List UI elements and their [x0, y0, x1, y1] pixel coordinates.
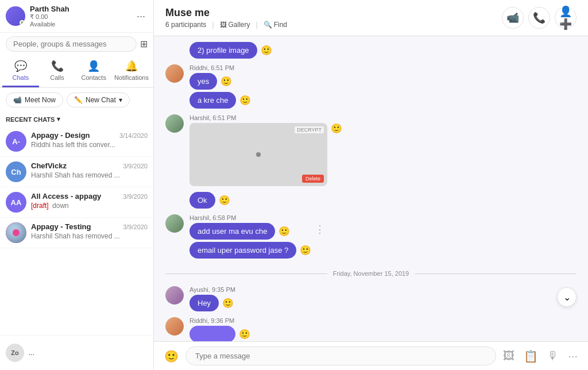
meet-now-icon: 📹: [13, 96, 22, 104]
message-group: 2) profile image 🙂: [189, 42, 577, 59]
section-header[interactable]: RECENT CHATS ▾: [0, 112, 153, 126]
chevron-down-icon: ⌄: [563, 292, 571, 303]
main-chat: Muse me 6 participants | 🖼 Gallery | 🔍 F…: [154, 0, 588, 370]
find-label: Find: [274, 21, 287, 29]
more-options-button[interactable]: ···: [134, 8, 148, 25]
bubble-text: Ok: [189, 192, 215, 209]
bubble-text: a kre che: [189, 92, 236, 109]
scroll-down-button[interactable]: ⌄: [557, 287, 577, 307]
add-person-button[interactable]: 👤➕: [555, 7, 577, 29]
message-group: Ayushi, 9:35 PM Hey 🙂: [165, 286, 577, 311]
add-person-icon: 👤➕: [555, 5, 576, 30]
voice-call-button[interactable]: 📞: [528, 7, 550, 29]
phone-icon: 📞: [533, 11, 546, 24]
chat-header: Muse me 6 participants | 🖼 Gallery | 🔍 F…: [154, 0, 588, 36]
msg-avatar: [165, 64, 184, 83]
attach-file-button[interactable]: 📋: [521, 347, 540, 365]
chat-date: 3/9/2020: [123, 193, 148, 200]
message-group: Harshil, 6:51 PM DECRYPT Delete 🙂: [165, 114, 577, 186]
draft-label: [draft]: [31, 202, 49, 210]
voice-message-button[interactable]: 🎙: [545, 347, 561, 365]
msg-sender-time: Riddhi, 6:51 PM: [189, 64, 577, 71]
meet-now-label: Meet Now: [25, 96, 56, 104]
more-input-options-button[interactable]: ···: [566, 347, 580, 365]
notifications-icon: 🔔: [125, 60, 138, 72]
gallery-icon: 🖼: [220, 21, 227, 29]
emoji-reaction-button[interactable]: 🙂: [239, 95, 251, 106]
user-details: Parth Shah ₹ 0.00 Available: [30, 5, 69, 28]
bubble-text: add user ma evu che: [189, 223, 275, 240]
attach-image-button[interactable]: 🖼: [501, 347, 517, 365]
bubble-row: Hey 🙂: [189, 295, 577, 311]
chat-info: Appagy - Testing 3/9/2020 Harshil Shah h…: [31, 222, 148, 240]
image-center-dot: [256, 152, 261, 157]
message-input[interactable]: [185, 346, 496, 365]
tab-notifications[interactable]: 🔔 Notifications: [112, 55, 151, 87]
chat-info: All Access - appagy 3/9/2020 [draft] dow…: [31, 192, 148, 210]
video-icon: 📹: [506, 11, 519, 24]
chat-name: Appagy - Testing: [31, 222, 91, 231]
bubble-with-options: add user ma evu che 🙂 email uper passwor…: [189, 223, 577, 259]
msg-content: Riddhi, 9:36 PM 🙂: [189, 317, 577, 341]
bubble-row: 🙂: [189, 326, 577, 341]
chats-icon: 💬: [14, 60, 27, 72]
chat-date: 3/9/2020: [123, 223, 148, 230]
chat-preview: Harshil Shah has removed ...: [31, 171, 148, 179]
image-actions: Delete: [302, 172, 324, 183]
list-item[interactable]: Appagy - Testing 3/9/2020 Harshil Shah h…: [0, 218, 153, 248]
chat-name: Appagy - Design: [31, 131, 90, 140]
tab-chats[interactable]: 💬 Chats: [2, 55, 39, 87]
bubble: 2) profile image 🙂: [189, 42, 272, 59]
tab-contacts[interactable]: 👤 Contacts: [75, 55, 112, 87]
emoji-reaction-button[interactable]: 🙂: [239, 329, 250, 340]
date-line: [165, 273, 327, 274]
msg-content: Ayushi, 9:35 PM Hey 🙂: [189, 286, 577, 311]
image-delete-button[interactable]: Delete: [302, 175, 324, 183]
message-more-options[interactable]: ⋮: [315, 223, 325, 236]
messages-container: 2) profile image 🙂 Riddhi, 6:51 PM yes: [154, 36, 588, 341]
chat-title-section: Muse me 6 participants | 🖼 Gallery | 🔍 F…: [165, 7, 287, 29]
date-line: [415, 273, 577, 274]
new-chat-label: New Chat: [86, 96, 116, 104]
emoji-reaction-button[interactable]: 🙂: [278, 226, 290, 237]
video-call-button[interactable]: 📹: [502, 7, 524, 29]
chat-meta: 6 participants | 🖼 Gallery | 🔍 Find: [165, 21, 287, 29]
msg-sender-time: Harshil, 6:51 PM: [189, 114, 577, 121]
emoji-reaction-button[interactable]: 🙂: [261, 45, 272, 56]
chat-name: All Access - appagy: [31, 192, 101, 201]
user-status: Available: [30, 21, 69, 28]
list-item[interactable]: Ch ChefVickz 3/9/2020 Harshil Shah has r…: [0, 157, 153, 187]
msg-avatar: [165, 286, 184, 305]
new-chat-button[interactable]: ✏️ New Chat ▾: [67, 92, 130, 107]
chat-list: A- Appagy - Design 3/14/2020 Riddhi has …: [0, 126, 153, 335]
nav-tabs: 💬 Chats 📞 Calls 👤 Contacts 🔔 Notificatio…: [0, 55, 153, 88]
chat-name-row: Appagy - Testing 3/9/2020: [31, 222, 148, 231]
emoji-reaction-button[interactable]: 🙂: [222, 298, 234, 309]
list-item[interactable]: A- Appagy - Design 3/14/2020 Riddhi has …: [0, 126, 153, 157]
gallery-link[interactable]: 🖼 Gallery: [220, 21, 250, 29]
tab-calls[interactable]: 📞 Calls: [39, 55, 76, 87]
emoji-reaction-button[interactable]: 🙂: [220, 76, 232, 87]
meet-now-button[interactable]: 📹 Meet Now: [6, 92, 63, 107]
gallery-label: Gallery: [229, 21, 250, 29]
sidebar-bottom-item[interactable]: Zo ...: [6, 340, 148, 365]
emoji-picker-button[interactable]: 🙂: [162, 347, 181, 365]
emoji-reaction-button[interactable]: 🙂: [331, 123, 342, 134]
emoji-reaction-button[interactable]: 🙂: [300, 245, 311, 256]
user-info: Parth Shah ₹ 0.00 Available: [6, 5, 69, 28]
emoji-reaction-button[interactable]: 🙂: [219, 195, 230, 206]
list-item[interactable]: AA All Access - appagy 3/9/2020 [draft] …: [0, 187, 153, 218]
sidebar-header: Parth Shah ₹ 0.00 Available ···: [0, 0, 153, 33]
bubble: yes 🙂 a kre che 🙂: [189, 73, 465, 109]
grid-icon[interactable]: ⊞: [140, 38, 148, 49]
search-input[interactable]: [6, 36, 137, 52]
find-link[interactable]: 🔍 Find: [264, 21, 287, 29]
bubble-text: yes: [189, 73, 217, 90]
chat-avatar: A-: [6, 131, 26, 152]
chat-info: ChefVickz 3/9/2020 Harshil Shah has remo…: [31, 161, 148, 179]
action-buttons: 📹 Meet Now ✏️ New Chat ▾: [0, 88, 153, 112]
msg-avatar: [165, 114, 184, 133]
chat-name-row: ChefVickz 3/9/2020: [31, 161, 148, 170]
msg-time: 6:51 PM: [211, 64, 234, 71]
user-name: Parth Shah: [30, 5, 69, 13]
